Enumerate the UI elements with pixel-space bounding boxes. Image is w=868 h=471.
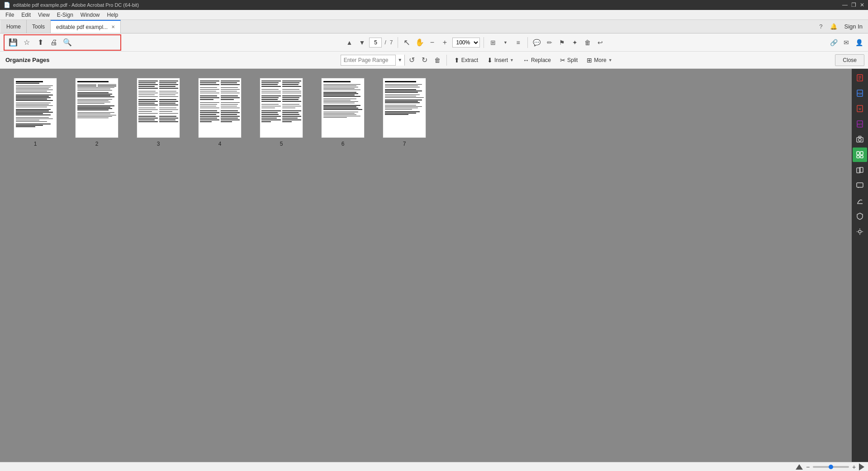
- zoom-in-button[interactable]: +: [440, 37, 451, 48]
- comment-tool-icon[interactable]: 💬: [531, 37, 542, 48]
- toolbar-left-group: 💾 ☆ ⬆ 🖨 🔍: [4, 34, 121, 51]
- title-bar: 📄 editable pdf example.pdf - Adobe Acrob…: [0, 0, 868, 10]
- delete-pages-button[interactable]: 🗑: [432, 55, 443, 66]
- page-5-container: 5: [260, 78, 303, 147]
- svg-rect-15: [857, 156, 859, 158]
- extract-button[interactable]: ⬆ Extract: [451, 54, 482, 66]
- export-pdf-icon[interactable]: PDF: [853, 86, 867, 100]
- pen-tool-icon[interactable]: ✏: [544, 37, 555, 48]
- tab-document[interactable]: editable pdf exampl... ✕: [51, 20, 121, 33]
- zoom-thumb: [829, 465, 833, 469]
- help-button[interactable]: ?: [819, 23, 822, 30]
- separator2: [484, 37, 484, 48]
- menu-edit[interactable]: Edit: [18, 11, 34, 19]
- zoom-slider[interactable]: [813, 466, 849, 468]
- zoom-out-status-button[interactable]: −: [805, 464, 811, 470]
- organize-pages-title: Organize Pages: [5, 57, 50, 63]
- scroll-mode-icon[interactable]: ≡: [513, 37, 524, 48]
- tools-sidebar-icon[interactable]: [853, 224, 867, 239]
- close-panel-button[interactable]: Close: [835, 54, 864, 66]
- tab-bar: Home Tools editable pdf exampl... ✕ ? 🔔 …: [0, 20, 868, 33]
- zoom-out-button[interactable]: −: [427, 37, 438, 48]
- zoom-in-status-button[interactable]: +: [851, 464, 857, 470]
- fit-page-icon[interactable]: ⊞: [488, 37, 498, 48]
- page-1-thumbnail[interactable]: [14, 78, 57, 138]
- page-4-thumbnail[interactable]: [198, 78, 242, 138]
- comment-sidebar-icon[interactable]: [853, 178, 867, 193]
- page-2-thumbnail[interactable]: [75, 78, 119, 138]
- menu-help[interactable]: Help: [104, 11, 122, 19]
- insert-icon: ⬇: [487, 57, 493, 64]
- tab-home[interactable]: Home: [1, 20, 27, 33]
- page-5-thumbnail[interactable]: [260, 78, 303, 138]
- search-icon[interactable]: 🔍: [62, 38, 72, 48]
- window-controls: — ❐ ✕: [842, 2, 864, 8]
- total-pages: 7: [389, 39, 394, 46]
- zoom-increase-button[interactable]: [859, 463, 864, 471]
- sign-in-button[interactable]: Sign In: [844, 23, 863, 30]
- svg-text:PPT: PPT: [858, 123, 863, 126]
- page-3-content: [137, 78, 180, 125]
- fill-sign-sidebar-icon[interactable]: [853, 194, 867, 208]
- link-icon[interactable]: 🔗: [828, 37, 839, 48]
- page-down-button[interactable]: ▼: [356, 37, 367, 48]
- menu-esign[interactable]: E-Sign: [53, 11, 77, 19]
- page-6-thumbnail[interactable]: [321, 78, 365, 138]
- insert-button[interactable]: ⬇ Insert ▼: [484, 54, 517, 66]
- zoom-select[interactable]: 100% 75% 125% 150%: [452, 38, 480, 48]
- page-up-button[interactable]: ▲: [344, 37, 355, 48]
- page-3-container: 3: [137, 78, 180, 147]
- fit-arrow-icon[interactable]: ▼: [500, 37, 511, 48]
- organize-pages-icon[interactable]: [853, 147, 867, 162]
- rotate-cw-button[interactable]: ↻: [419, 55, 430, 66]
- page-7-thumbnail[interactable]: [383, 78, 426, 138]
- replace-button[interactable]: ↔ Replace: [519, 54, 555, 66]
- highlight-tool-icon[interactable]: ✦: [569, 37, 580, 48]
- menu-file[interactable]: File: [2, 11, 18, 19]
- tab-tools[interactable]: Tools: [27, 20, 51, 33]
- bookmark-icon[interactable]: ☆: [22, 38, 32, 48]
- notifications-button[interactable]: 🔔: [830, 23, 837, 30]
- menu-view[interactable]: View: [34, 11, 53, 19]
- delete-tool-icon[interactable]: 🗑: [582, 37, 593, 48]
- hand-tool-icon[interactable]: ✋: [414, 37, 425, 48]
- minimize-button[interactable]: —: [842, 2, 848, 8]
- toolbar1: 💾 ☆ ⬆ 🖨 🔍 ▲ ▼ / 7 ↖ ✋ − + 100% 75% 125% …: [0, 33, 868, 52]
- pages-row: 1: [14, 78, 838, 147]
- email-icon[interactable]: ✉: [841, 37, 852, 48]
- toolbar2-center: ▼ ↺ ↻ 🗑 ⬆ Extract ⬇ Insert ▼ ↔ Replace ✂…: [121, 54, 835, 66]
- toolbar2-left: Organize Pages: [4, 57, 121, 63]
- page-range-dropdown[interactable]: ▼: [395, 55, 404, 66]
- security-sidebar-icon[interactable]: [853, 209, 867, 224]
- undo-icon[interactable]: ↩: [595, 37, 606, 48]
- file-combine-icon[interactable]: [853, 163, 867, 177]
- user-account-icon[interactable]: 👤: [854, 37, 864, 48]
- page-6-number: 6: [342, 141, 345, 147]
- restore-button[interactable]: ❐: [851, 2, 856, 8]
- select-tool-icon[interactable]: ↖: [402, 37, 413, 48]
- share-icon[interactable]: ⬆: [35, 38, 45, 48]
- save-icon[interactable]: 💾: [8, 38, 18, 48]
- page-3-thumbnail[interactable]: [137, 78, 180, 138]
- page-number-input[interactable]: [369, 38, 382, 48]
- export-excel-icon[interactable]: PPT: [853, 117, 867, 131]
- svg-rect-19: [857, 183, 863, 187]
- app-icon: 📄: [4, 2, 10, 8]
- page-range-input[interactable]: [341, 55, 395, 65]
- tab-close-button[interactable]: ✕: [111, 24, 115, 29]
- menu-window[interactable]: Window: [77, 11, 104, 19]
- zoom-decrease-button[interactable]: [796, 464, 803, 470]
- document-properties-icon[interactable]: [853, 71, 867, 85]
- export-word-icon[interactable]: W: [853, 101, 867, 116]
- page-5-number: 5: [280, 141, 283, 147]
- stamp-tool-icon[interactable]: ⚑: [557, 37, 568, 48]
- scan-icon[interactable]: [853, 132, 867, 147]
- toolbar-center-group: ▲ ▼ / 7 ↖ ✋ − + 100% 75% 125% 150% ⊞ ▼ ≡…: [123, 37, 826, 48]
- print-icon[interactable]: 🖨: [49, 38, 59, 48]
- close-button[interactable]: ✕: [860, 2, 864, 8]
- rotate-ccw-button[interactable]: ↺: [407, 55, 417, 66]
- more-button[interactable]: ⊞ More ▼: [583, 54, 616, 66]
- page-7-number: 7: [403, 141, 406, 147]
- toolbar-right-group: 🔗 ✉ 👤: [828, 37, 864, 48]
- split-button[interactable]: ✂ Split: [556, 54, 581, 66]
